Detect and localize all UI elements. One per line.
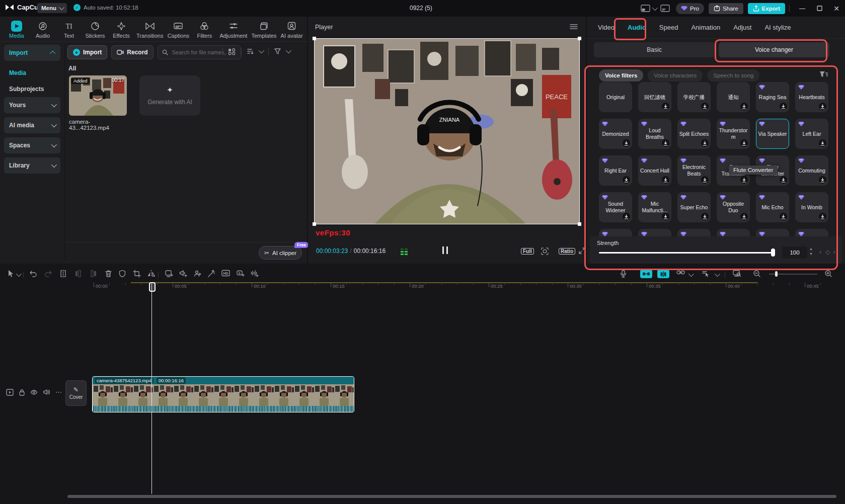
export-frame-icon[interactable]: [165, 270, 173, 277]
ribbon-tab-media[interactable]: Media: [4, 21, 29, 39]
voice-filter-tile-8[interactable]: Split Echoes: [677, 119, 711, 149]
voice-filter-tile-23[interactable]: In Womb: [795, 192, 828, 222]
video-viewport[interactable]: PEACE ZNIANA: [315, 39, 579, 224]
chip-speech-to-song[interactable]: Speech to song: [707, 69, 759, 81]
link-icon[interactable]: [676, 270, 685, 275]
preview-quality-icon[interactable]: [733, 270, 741, 277]
voice-filter-tile-5[interactable]: Heartbeats: [795, 82, 828, 112]
voice-filter-tile-9[interactable]: Thunderstorm: [717, 119, 750, 149]
tab-audio[interactable]: Audio: [628, 24, 646, 31]
export-button[interactable]: Export: [748, 3, 785, 14]
ribbon-tab-audio[interactable]: Audio: [30, 21, 55, 39]
expand-icon[interactable]: [578, 247, 586, 255]
timeline-clip[interactable]: camera-4387542123.mp4 00:00:16:16: [92, 376, 354, 412]
audio-wave-icon[interactable]: [251, 270, 259, 277]
strength-stepper[interactable]: ▲▼: [809, 246, 813, 257]
transform-handle[interactable]: [578, 37, 581, 40]
ribbon-tab-stickers[interactable]: Stickers: [83, 21, 108, 39]
auto-split-toggle-icon[interactable]: [657, 270, 669, 278]
sidebar-item-spaces[interactable]: Spaces: [4, 137, 60, 153]
ribbon-tab-transitions[interactable]: Transitions: [135, 21, 165, 39]
sort-icon[interactable]: [247, 48, 254, 55]
voice-filter-tile-4[interactable]: Raging Sea: [756, 82, 789, 112]
ai-clipper-button[interactable]: ✂ AI clipper: [259, 246, 302, 260]
ribbon-tab-templates[interactable]: Templates: [250, 21, 278, 39]
track-type-icon[interactable]: [6, 389, 14, 396]
prev-keyframe-icon[interactable]: ‹: [819, 248, 821, 256]
ribbon-tab-adjustment[interactable]: Adjustment: [218, 21, 249, 39]
sidebar-item-import[interactable]: Import: [4, 45, 60, 61]
tab-video[interactable]: Video: [598, 24, 614, 31]
generate-with-ai-card[interactable]: ✦ Generate with AI: [139, 75, 200, 116]
lock-icon[interactable]: [19, 389, 25, 396]
crop-icon[interactable]: [133, 270, 141, 278]
search-input[interactable]: [171, 49, 228, 56]
magic-wand-icon[interactable]: [207, 270, 215, 278]
timeline-zoom-handle[interactable]: [775, 271, 778, 277]
tab-basic[interactable]: Basic: [594, 42, 715, 57]
tab-adjust[interactable]: Adjust: [733, 24, 751, 31]
sidebar-item-ai-media[interactable]: AI media: [4, 117, 60, 133]
minimize-button[interactable]: —: [794, 0, 811, 17]
select-tool-icon[interactable]: [7, 270, 15, 278]
playhead-handle[interactable]: [149, 282, 156, 292]
sidebar-item-yours[interactable]: Yours: [4, 97, 60, 113]
sort-chevron-icon[interactable]: [259, 48, 264, 53]
tab-animation[interactable]: Animation: [691, 24, 720, 31]
ribbon-tab-captions[interactable]: Captions: [166, 21, 191, 39]
hd-icon[interactable]: HD: [221, 270, 231, 277]
chevron-down-icon[interactable]: [16, 271, 22, 277]
timeline-ruler[interactable]: 00:0000:0500:1000:1500:2000:2500:3000:35…: [0, 282, 845, 295]
zoom-in-icon[interactable]: [824, 270, 832, 278]
snap-toggle-icon[interactable]: [640, 270, 652, 278]
chip-voice-characters[interactable]: Voice characters: [648, 69, 703, 81]
ribbon-tab-filters[interactable]: Filters: [192, 21, 217, 39]
cursor-link-icon[interactable]: [702, 270, 710, 277]
redo-icon[interactable]: [44, 270, 52, 277]
undo-icon[interactable]: [29, 270, 37, 277]
add-keyframe-icon[interactable]: ◇: [825, 248, 830, 256]
tab-voice-changer[interactable]: Voice changer: [719, 42, 829, 57]
strength-slider-handle[interactable]: [771, 248, 775, 257]
pause-button[interactable]: [442, 246, 448, 254]
timeline-scrollbar[interactable]: [67, 495, 836, 498]
zoom-out-icon[interactable]: [753, 270, 761, 278]
ribbon-tab-text[interactable]: TIText: [56, 21, 82, 39]
voice-filter-tile-7[interactable]: Loud Breaths: [638, 119, 671, 149]
media-clip-card[interactable]: Added 00:17: [69, 75, 127, 116]
ribbon-tab-ai-avatar[interactable]: AI avatar: [279, 21, 304, 39]
menu-button[interactable]: Menu: [37, 3, 67, 13]
delete-icon[interactable]: [105, 270, 112, 278]
transform-handle[interactable]: [313, 37, 316, 40]
ribbon-tab-effects[interactable]: Effects: [109, 21, 134, 39]
split-right-icon[interactable]: [90, 270, 97, 278]
voice-filter-tile-10[interactable]: Via Speaker: [756, 119, 789, 149]
tab-ai-stylize[interactable]: AI stylize: [764, 24, 791, 31]
full-screen-toggle[interactable]: Full: [521, 248, 534, 255]
ratio-button[interactable]: Ratio: [559, 248, 575, 255]
voice-filter-tile-11[interactable]: Left Ear: [795, 119, 828, 149]
voice-filter-tile-22[interactable]: Mic Echo: [756, 192, 789, 222]
tab-speed[interactable]: Speed: [659, 24, 678, 31]
mute-speaker-icon[interactable]: [43, 389, 50, 395]
panel-layout-icon[interactable]: [660, 5, 670, 12]
strength-slider[interactable]: [599, 252, 775, 254]
extract-audio-icon[interactable]: [179, 270, 187, 277]
voice-filter-tile-3[interactable]: 通知: [717, 82, 750, 112]
voice-filter-tile-19[interactable]: Mic Malfuncti...: [638, 192, 671, 222]
voice-filter-tile-2[interactable]: 学校广播: [677, 82, 711, 112]
voice-filter-tile-1[interactable]: 回忆滤镜: [638, 82, 671, 112]
voice-filter-tile-14[interactable]: Electronic Beats: [677, 155, 711, 186]
chevron-down-icon[interactable]: [688, 271, 694, 277]
more-options-icon[interactable]: ⋯: [55, 388, 62, 396]
maximize-button[interactable]: [811, 0, 828, 17]
cover-button[interactable]: ✎ Cover: [65, 380, 87, 406]
share-button[interactable]: Share: [709, 3, 743, 14]
layout-chevron-icon[interactable]: [652, 5, 658, 10]
sidebar-item-media[interactable]: Media: [4, 65, 60, 81]
split-left-icon[interactable]: [74, 270, 82, 278]
extract-person-icon[interactable]: [193, 270, 201, 277]
voice-filter-tile-6[interactable]: Demonized: [599, 119, 632, 149]
voice-filter-tile-18[interactable]: Sound Widener: [599, 192, 632, 222]
voice-filter-tile-17[interactable]: Commuting: [795, 155, 828, 186]
